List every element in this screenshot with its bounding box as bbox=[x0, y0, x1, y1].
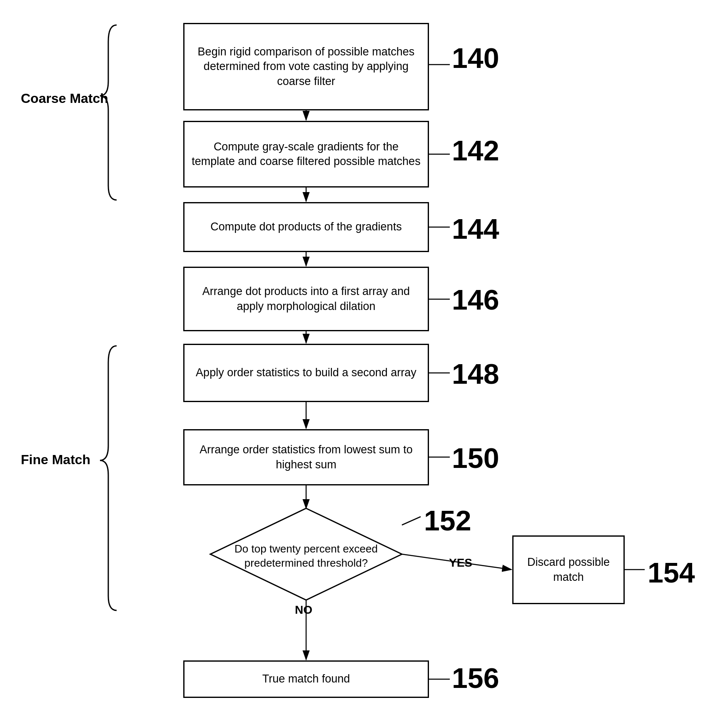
box-144: Compute dot products of the gradients bbox=[183, 202, 429, 252]
box-148-text: Apply order statistics to build a second… bbox=[196, 365, 416, 380]
box-154-text: Discard possible match bbox=[520, 555, 617, 584]
step-150: 150 bbox=[452, 442, 499, 474]
box-142-text: Compute gray-scale gradients for the tem… bbox=[191, 140, 421, 169]
yes-label: YES bbox=[449, 556, 472, 570]
diamond-152-label: Do top twenty percent exceed predetermin… bbox=[219, 542, 394, 570]
step-144: 144 bbox=[452, 212, 499, 245]
box-146: Arrange dot products into a first array … bbox=[183, 267, 429, 331]
step-148: 148 bbox=[452, 358, 499, 390]
no-label: NO bbox=[295, 603, 312, 617]
svg-line-16 bbox=[402, 517, 421, 525]
box-140: Begin rigid comparison of possible match… bbox=[183, 23, 429, 110]
diamond-152-text: Do top twenty percent exceed predetermin… bbox=[219, 523, 394, 590]
coarse-match-label: Coarse Match bbox=[21, 91, 108, 106]
box-142: Compute gray-scale gradients for the tem… bbox=[183, 121, 429, 188]
step-152: 152 bbox=[424, 504, 471, 537]
step-142: 142 bbox=[452, 134, 499, 167]
step-140: 140 bbox=[452, 42, 499, 74]
box-144-text: Compute dot products of the gradients bbox=[210, 220, 401, 234]
box-156: True match found bbox=[183, 660, 429, 698]
box-150: Arrange order statistics from lowest sum… bbox=[183, 429, 429, 485]
box-140-text: Begin rigid comparison of possible match… bbox=[191, 45, 421, 88]
box-148: Apply order statistics to build a second… bbox=[183, 344, 429, 402]
diagram-container: Coarse Match Fine Match Begin rigid comp… bbox=[0, 0, 728, 720]
step-146: 146 bbox=[452, 283, 499, 316]
fine-match-label: Fine Match bbox=[21, 452, 90, 468]
box-146-text: Arrange dot products into a first array … bbox=[191, 284, 421, 313]
box-150-text: Arrange order statistics from lowest sum… bbox=[191, 442, 421, 472]
step-156: 156 bbox=[452, 662, 499, 694]
step-154: 154 bbox=[648, 556, 695, 589]
box-154: Discard possible match bbox=[512, 535, 625, 604]
box-156-text: True match found bbox=[262, 672, 350, 686]
